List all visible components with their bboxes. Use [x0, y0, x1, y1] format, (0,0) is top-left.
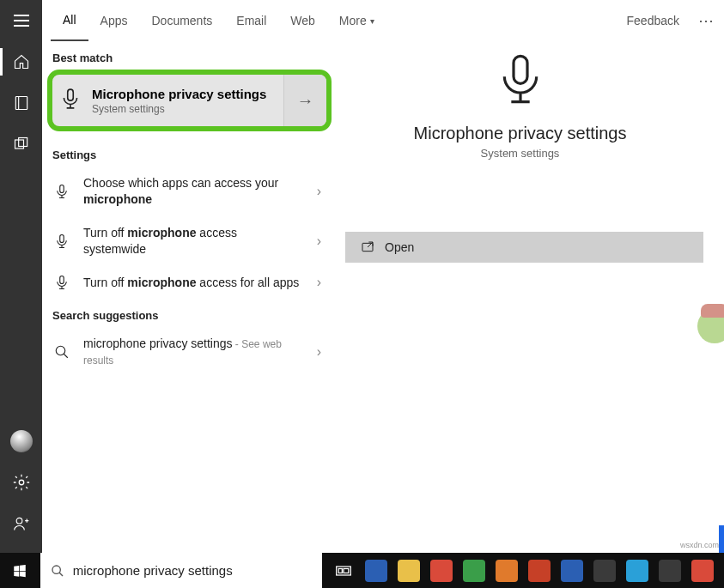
tab-documents[interactable]: Documents	[139, 0, 224, 41]
sidebar-settings[interactable]	[0, 462, 42, 503]
app-icon	[496, 560, 518, 582]
best-match-subtitle: System settings	[92, 103, 266, 115]
svg-rect-7	[60, 234, 64, 242]
watermark-logo-icon	[697, 309, 724, 343]
sidebar-power[interactable]	[0, 503, 42, 544]
taskbar-app[interactable]	[690, 558, 715, 584]
app-icon	[593, 560, 616, 582]
taskbar-app[interactable]	[396, 558, 422, 584]
svg-rect-5	[68, 89, 74, 100]
open-button[interactable]: Open	[345, 232, 703, 263]
window-edge-indicator	[719, 525, 724, 553]
microphone-large-icon	[493, 52, 548, 110]
best-match-expand[interactable]: →	[283, 75, 326, 126]
windows-icon	[12, 563, 27, 579]
best-match-title: Microphone privacy settings	[92, 87, 266, 101]
taskbar-app[interactable]	[559, 558, 585, 584]
taskbar-app[interactable]	[592, 558, 618, 584]
settings-result-row[interactable]: Turn off microphone access for all apps›	[42, 266, 337, 300]
task-view-icon	[335, 562, 352, 579]
overflow-menu[interactable]: ⋯	[690, 11, 724, 30]
settings-result-row[interactable]: Turn off microphone access systemwide›	[42, 216, 337, 266]
chevron-right-icon: ›	[312, 344, 326, 360]
search-panel: All Apps Documents Email Web More▾ Best …	[42, 0, 724, 553]
svg-rect-14	[338, 568, 342, 573]
search-input[interactable]	[73, 563, 312, 578]
menu-button[interactable]	[0, 0, 42, 41]
app-icon	[659, 560, 681, 582]
svg-rect-0	[15, 97, 27, 110]
settings-result-row[interactable]: Choose which apps can access your microp…	[42, 167, 337, 216]
section-suggestions: Search suggestions	[42, 299, 337, 327]
suggestion-row[interactable]: microphone privacy settings - See web re…	[42, 327, 337, 377]
tab-web[interactable]: Web	[278, 0, 327, 41]
app-icon	[691, 560, 714, 582]
chevron-right-icon: ›	[312, 184, 326, 199]
app-icon	[365, 560, 387, 582]
svg-point-12	[52, 566, 60, 573]
sidebar-account[interactable]	[0, 421, 42, 462]
taskbar	[0, 553, 724, 588]
taskbar-search[interactable]	[40, 553, 322, 588]
app-icon	[561, 560, 583, 582]
open-label: Open	[385, 240, 414, 254]
section-settings: Settings	[42, 138, 337, 167]
svg-rect-15	[344, 568, 349, 573]
best-match-result[interactable]: Microphone privacy settings System setti…	[47, 70, 332, 131]
taskbar-app[interactable]	[429, 558, 454, 584]
settings-row-text: Turn off microphone access for all apps	[83, 275, 300, 291]
app-icon	[528, 560, 551, 582]
attribution-text: wsxdn.com	[680, 541, 719, 549]
feedback-link[interactable]: Feedback	[617, 14, 690, 27]
tab-all[interactable]: All	[51, 0, 88, 41]
app-icon	[626, 560, 648, 582]
book-icon	[13, 94, 30, 112]
tab-email[interactable]: Email	[224, 0, 278, 41]
task-view-button[interactable]	[331, 558, 356, 584]
home-icon	[13, 53, 30, 70]
preview-subtitle: System settings	[481, 147, 560, 160]
taskbar-app[interactable]	[363, 558, 389, 584]
settings-row-text: Turn off microphone access systemwide	[83, 225, 300, 258]
microphone-icon	[59, 88, 82, 113]
app-icon	[430, 560, 453, 582]
hamburger-icon	[14, 15, 29, 27]
preview-column: Feedback ⋯ Microphone privacy settings S…	[337, 0, 724, 553]
chevron-right-icon: ›	[312, 275, 326, 290]
taskbar-app[interactable]	[461, 558, 487, 584]
gear-icon	[12, 473, 31, 492]
svg-rect-10	[514, 56, 527, 83]
sidebar-item-library[interactable]	[0, 82, 42, 124]
start-sidebar	[0, 0, 42, 553]
app-icon	[463, 560, 485, 582]
sidebar-item-home[interactable]	[0, 41, 42, 82]
svg-rect-1	[15, 140, 23, 149]
tab-apps[interactable]: Apps	[88, 0, 140, 41]
svg-rect-8	[60, 276, 64, 284]
results-column: All Apps Documents Email Web More▾ Best …	[42, 0, 337, 553]
person-icon	[13, 515, 30, 532]
taskbar-app[interactable]	[657, 558, 683, 584]
sidebar-item-collections[interactable]	[0, 124, 42, 165]
svg-rect-2	[18, 138, 27, 147]
svg-point-9	[56, 347, 65, 356]
search-icon	[51, 564, 64, 578]
chevron-right-icon: ›	[312, 233, 326, 249]
search-icon	[52, 344, 71, 360]
avatar-icon	[10, 430, 33, 452]
settings-row-text: Choose which apps can access your microp…	[83, 175, 300, 208]
start-button[interactable]	[0, 553, 40, 588]
taskbar-app[interactable]	[494, 558, 520, 584]
section-best-match: Best match	[42, 41, 337, 70]
filter-tabbar: All Apps Documents Email Web More▾	[42, 0, 337, 41]
svg-point-3	[19, 480, 24, 485]
preview-title: Microphone privacy settings	[414, 124, 627, 143]
svg-point-4	[16, 518, 22, 524]
taskbar-app[interactable]	[624, 558, 650, 584]
watermark: PUALS	[697, 305, 724, 348]
taskbar-app[interactable]	[526, 558, 552, 584]
microphone-icon	[52, 184, 71, 199]
stack-icon	[13, 136, 30, 153]
suggestion-text: microphone privacy settings - See web re…	[83, 336, 300, 368]
microphone-icon	[52, 275, 71, 290]
